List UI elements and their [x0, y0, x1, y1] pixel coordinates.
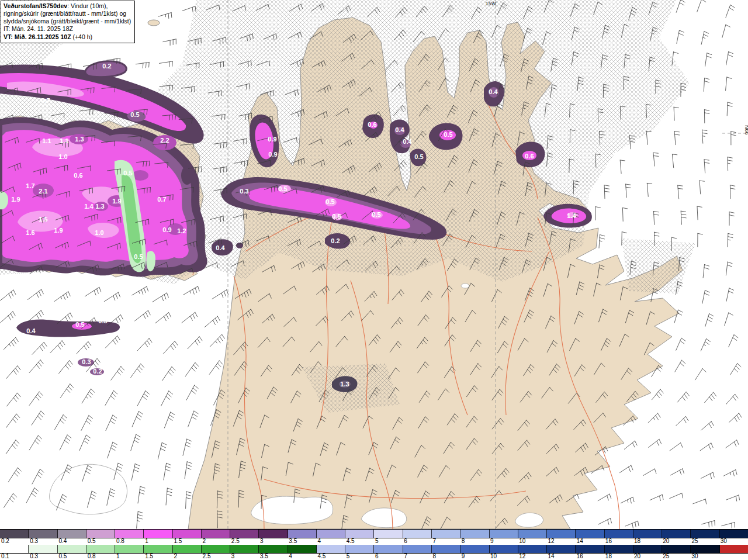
legend-tick-label: 10: [519, 538, 525, 544]
precip-value-label: 0.7: [157, 196, 166, 203]
legend-tick-label: 18: [634, 538, 640, 544]
legend-row-sleet-snow: 0.20.30.40.50.811.522.533.544.5567891012…: [0, 530, 748, 545]
legend-tick-label: 3.5: [289, 538, 297, 544]
legend-tick-label: 0.4: [58, 538, 67, 544]
legend-tick-label: 0.2: [1, 538, 9, 544]
legend-tick-label: 4.5: [318, 553, 326, 559]
legend-cell: [490, 545, 518, 553]
legend-tick-label: 6: [404, 538, 407, 544]
legend-cell: [58, 545, 86, 553]
legend-cell: [29, 545, 57, 553]
legend-cell: [115, 530, 144, 538]
precip-value-label: 0.5: [444, 131, 452, 138]
precip-value-label: 2.1: [39, 188, 47, 195]
legend-cell: [633, 530, 662, 538]
legend-tick-label: 12: [548, 538, 554, 544]
precip-value-label: 0.5: [325, 198, 334, 205]
legend-tick-label: 12: [519, 553, 525, 559]
legend-cell: [115, 545, 144, 553]
legend-cell: [403, 530, 432, 538]
product-name: Veðurstofan/IS750dev: [4, 2, 67, 9]
legend-cell: [460, 545, 489, 553]
legend-tick-label: 1: [145, 538, 148, 544]
legend-band-rain: [0, 545, 748, 554]
legend-cell: [633, 545, 662, 553]
precip-value-label: 1.5: [39, 216, 47, 223]
legend-cell: [662, 545, 691, 553]
legend-tick-label: 7: [432, 538, 436, 544]
info-line-rain-legend: rigning/skúrir (grænt/blátt/rautt - mm/1…: [4, 10, 131, 18]
legend-cell: [230, 530, 259, 538]
legend-cell: [374, 530, 403, 538]
legend-tick-label: 25: [663, 553, 669, 559]
precip-value-label: 1.2: [177, 227, 186, 234]
precip-value-label: 1.0: [58, 153, 67, 160]
legend-tick-label: 30: [692, 553, 698, 559]
info-line-valid-time: VT: Mið. 26.11.2025 10Z (+40 h): [4, 33, 131, 41]
legend: 0.20.30.40.50.811.522.533.544.5567891012…: [0, 529, 748, 560]
legend-tick-label: 14: [548, 553, 554, 559]
precip-value-label: 2.2: [160, 137, 169, 144]
info-line-init-time: IT: Mán. 24. 11. 2025 18Z: [4, 25, 131, 33]
precip-value-label: 0.5: [278, 185, 287, 192]
legend-tick-label: 2: [203, 538, 206, 544]
legend-tick-label: 30: [721, 538, 727, 544]
legend-cell: [0, 545, 29, 553]
legend-tick-label: 3: [231, 553, 235, 559]
precip-value-label: 0.7: [41, 97, 50, 104]
legend-cell: [374, 545, 403, 553]
precip-value-label: 0.3: [98, 317, 107, 324]
precip-value-label: 1.3: [340, 381, 349, 388]
precip-value-label: 0.2: [93, 368, 102, 375]
legend-row-rain: 0.10.30.50.811.522.533.544.5567891012141…: [0, 545, 748, 560]
legend-ticks-rain: 0.10.30.50.811.522.533.544.5567891012141…: [0, 554, 748, 560]
legend-cell: [691, 545, 719, 553]
valid-time-offset: (+40 h): [72, 33, 92, 40]
legend-cell: [202, 545, 230, 553]
legend-cell: [173, 530, 202, 538]
legend-cell: [432, 530, 460, 538]
legend-cell: [144, 530, 172, 538]
latitude-label: N66: [744, 125, 748, 135]
precip-value-label: 1.9: [54, 227, 63, 234]
precip-value-label: 1.4: [567, 212, 576, 219]
legend-cell: [720, 530, 748, 538]
legend-cell: [576, 530, 604, 538]
legend-tick-label: 18: [605, 553, 612, 559]
precip-value-label: 1.1: [60, 137, 68, 144]
weather-chart-frame: 15W N66: [0, 0, 748, 560]
info-box: Veðurstofan/IS750dev: Vindur (10m), rign…: [1, 1, 135, 43]
precip-value-label: 0.5: [134, 253, 143, 260]
precip-value-label: 0.4: [26, 327, 36, 334]
legend-cell: [490, 530, 518, 538]
legend-tick-label: 25: [692, 538, 698, 544]
legend-cell: [547, 545, 576, 553]
legend-tick-label: 2.5: [231, 538, 240, 544]
precip-area: [236, 243, 243, 248]
legend-cell: [202, 530, 230, 538]
legend-cell: [230, 545, 259, 553]
product-subtitle: : Vindur (10m),: [67, 2, 108, 9]
legend-cell: [432, 545, 460, 553]
legend-tick-label: 3: [260, 538, 264, 544]
legend-tick-label: 0.8: [88, 553, 96, 559]
legend-ticks-sleet-snow: 0.20.30.40.50.811.522.533.544.5567891012…: [0, 538, 748, 545]
weather-map: 15W N66: [0, 0, 748, 529]
legend-cell: [518, 545, 547, 553]
precip-value-label: 1.1: [42, 137, 51, 144]
legend-cell: [259, 530, 288, 538]
precip-value-label: 0.4: [216, 244, 225, 251]
legend-tick-label: 6: [375, 553, 379, 559]
legend-tick-label: 3.5: [260, 553, 268, 559]
legend-tick-label: 16: [605, 538, 612, 544]
legend-cell: [576, 545, 604, 553]
legend-cell: [691, 530, 719, 538]
legend-cell: [662, 530, 691, 538]
legend-tick-label: 5: [375, 538, 379, 544]
legend-cell: [460, 530, 489, 538]
legend-cell: [403, 545, 432, 553]
precip-value-label: 0.2: [331, 237, 340, 244]
precip-value-label: 1.9: [112, 198, 121, 205]
legend-cell: [58, 530, 86, 538]
precip-value-label: 1.3: [95, 203, 104, 210]
